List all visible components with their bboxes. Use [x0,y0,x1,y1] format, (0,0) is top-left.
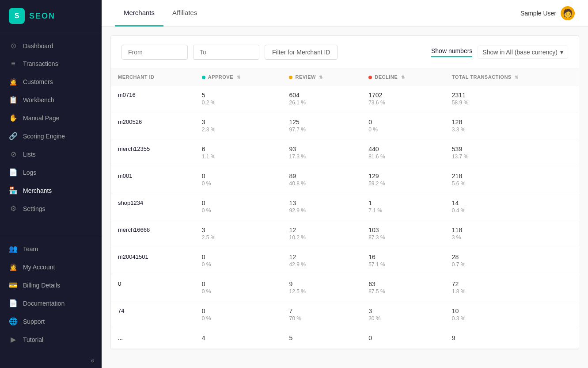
red-dot [368,76,372,79]
approve-cell: 5 0.2 % [195,85,282,112]
merchant-id-cell: 74 [111,301,195,328]
sidebar-label-my-account: My Account [23,264,55,271]
sidebar-label-tutorial: Tutorial [23,336,43,343]
approve-cell: 6 1.1 % [195,139,282,166]
table-row[interactable]: m20041501 0 0 % 12 42.9 % 16 57.1 % 28 0… [111,247,579,274]
user-name: Sample User [520,10,556,17]
total-cell: 2311 58.9 % [445,85,579,112]
my-account-icon: 🙍 [9,263,18,271]
review-count: 13 [289,199,354,207]
billing-icon: 💳 [9,281,18,289]
total-count: 539 [452,146,572,153]
user-area[interactable]: Sample User 🧑 [520,6,575,20]
sidebar-item-my-account[interactable]: 🙍 My Account [0,258,102,276]
merchant-id-cell: merch16668 [111,220,195,247]
sidebar-label-scoring-engine: Scoring Engine [23,133,65,140]
review-count: 89 [289,172,354,180]
approve-pct: 1.1 % [202,153,275,160]
sidebar-item-transactions[interactable]: ≡ Transactions [0,55,102,73]
total-pct: 0.4 % [452,207,572,214]
tab-affiliates[interactable]: Affiliates [163,0,206,27]
sidebar-item-lists[interactable]: ⊘ Lists [0,145,102,163]
decline-count: 103 [368,226,438,234]
collapse-icon: « [91,356,95,364]
sidebar-item-customers[interactable]: 🙍 Customers [0,73,102,91]
table-row[interactable]: m0716 5 0.2 % 604 26.1 % 1702 73.6 % 231… [111,85,579,112]
approve-pct: 0 % [202,261,275,268]
sidebar-item-billing[interactable]: 💳 Billing Details [0,276,102,294]
approve-count: 0 [202,199,275,207]
sort-icon-decline: ⇅ [401,75,405,80]
sidebar-item-scoring-engine[interactable]: 🔗 Scoring Engine [0,127,102,145]
logs-icon: 📄 [9,168,18,176]
sidebar-item-team[interactable]: 👥 Team [0,240,102,258]
sidebar-label-manual-page: Manual Page [23,115,60,122]
sort-icon-total: ⇅ [515,75,519,80]
table-row[interactable]: shop1234 0 0 % 13 92.9 % 1 7.1 % 14 0.4 … [111,193,579,220]
col-total[interactable]: TOTAL TRANSACTIONS ⇅ [445,69,579,85]
sidebar-label-billing: Billing Details [23,282,60,289]
approve-cell: 0 0 % [195,247,282,274]
logo-icon: S [9,8,25,24]
dashboard-icon: ⊙ [9,42,18,50]
review-cell: 12 10.2 % [282,220,361,247]
decline-cell: 1 7.1 % [361,193,445,220]
merchant-id-cell: m20041501 [111,247,195,274]
currency-dropdown[interactable]: Show in All (base currency) ▾ [478,46,568,59]
approve-cell: 3 2.3 % [195,112,282,139]
decline-cell: 63 87.5 % [361,274,445,301]
sidebar-item-dashboard[interactable]: ⊙ Dashboard [0,37,102,55]
workbench-icon: 📋 [9,96,18,104]
decline-cell: 16 57.1 % [361,247,445,274]
team-icon: 👥 [9,245,18,253]
table-row[interactable]: merch16668 3 2.5 % 12 10.2 % 103 87.3 % … [111,220,579,247]
col-approve[interactable]: APPROVE ⇅ [195,69,282,85]
content: Filter for Merchant ID Show numbers Show… [102,27,588,368]
sidebar-bottom: 👥 Team 🙍 My Account 💳 Billing Details 📄 … [0,235,102,353]
review-count: 9 [289,280,354,288]
total-count: 10 [452,307,572,314]
total-cell: 28 0.7 % [445,247,579,274]
show-numbers-button[interactable]: Show numbers [431,47,472,57]
to-input[interactable] [193,45,259,60]
review-pct: 97.7 % [289,126,354,133]
sidebar-item-manual-page[interactable]: ✋ Manual Page [0,109,102,127]
sidebar-item-support[interactable]: 🌐 Support [0,312,102,330]
review-count: 7 [289,307,354,314]
review-count: 12 [289,253,354,261]
sidebar-item-logs[interactable]: 📄 Logs [0,163,102,181]
approve-count: 3 [202,226,275,234]
table-row[interactable]: ... 4 5 0 9 [111,328,579,349]
total-cell: 118 3 % [445,220,579,247]
total-count: 128 [452,119,572,126]
col-decline[interactable]: DECLINE ⇅ [361,69,445,85]
decline-count: 440 [368,146,438,153]
transactions-icon: ≡ [9,60,18,68]
sidebar-item-merchants[interactable]: 🏪 Merchants [0,181,102,199]
decline-pct: 7.1 % [368,207,438,214]
currency-label: Show in All (base currency) [482,49,558,56]
table-row[interactable]: m001 0 0 % 89 40.8 % 129 59.2 % 218 5.6 … [111,166,579,193]
review-pct: 26.1 % [289,100,354,106]
sidebar-item-documentation[interactable]: 📄 Documentation [0,294,102,312]
decline-pct: 81.6 % [368,153,438,160]
sidebar-label-team: Team [23,245,38,253]
merchant-id-filter[interactable]: Filter for Merchant ID [265,45,338,60]
table-row[interactable]: 0 0 0 % 9 12.5 % 63 87.5 % 72 1.8 % [111,274,579,301]
review-pct: 92.9 % [289,207,354,214]
table-row[interactable]: 74 0 0 % 7 70 % 3 30 % 10 0.3 % [111,301,579,328]
top-nav: MerchantsAffiliates Sample User 🧑 [102,0,588,27]
review-cell: 604 26.1 % [282,85,361,112]
sidebar-item-workbench[interactable]: 📋 Workbench [0,91,102,109]
approve-pct: 0.2 % [202,100,275,106]
col-review[interactable]: REVIEW ⇅ [282,69,361,85]
merchant-id-cell: merch12355 [111,139,195,166]
decline-cell: 3 30 % [361,301,445,328]
from-input[interactable] [121,45,188,60]
sidebar-item-settings[interactable]: ⚙ Settings [0,199,102,218]
table-row[interactable]: m200526 3 2.3 % 125 97.7 % 0 0 % 128 3.3… [111,112,579,139]
collapse-button[interactable]: « [0,353,102,368]
table-row[interactable]: merch12355 6 1.1 % 93 17.3 % 440 81.6 % … [111,139,579,166]
tab-merchants[interactable]: Merchants [115,0,163,27]
sidebar-item-tutorial[interactable]: ▶ Tutorial [0,330,102,349]
